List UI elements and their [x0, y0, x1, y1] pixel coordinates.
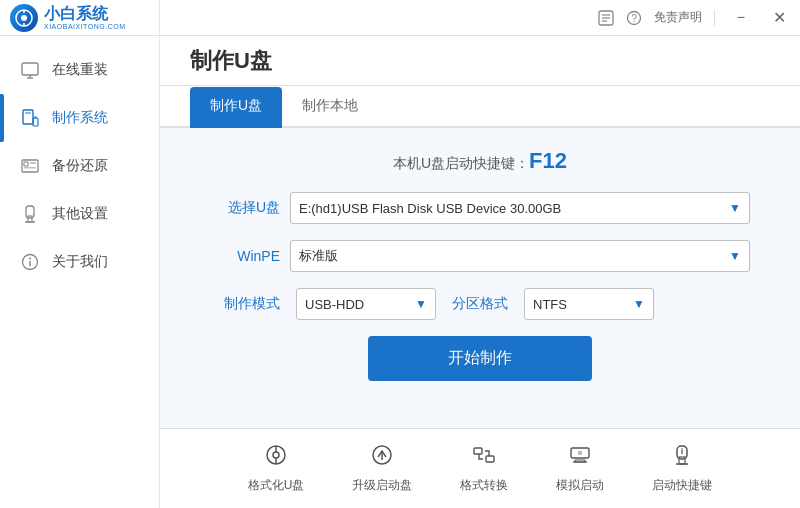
minimize-button[interactable]: －: [727, 5, 755, 30]
sidebar: 在线重装 制作系统 备份还原: [0, 36, 160, 508]
sidebar-item-online-reinstall[interactable]: 在线重装: [0, 46, 159, 94]
logo-text: 小白系统 XIAOBAIXITONG.COM: [44, 5, 126, 30]
svg-rect-20: [30, 162, 36, 164]
partition-arrow: ▼: [633, 297, 645, 311]
main-content: 制作U盘 制作U盘 制作本地 本机U盘启动快捷键：F12 选择U盘 E:(hd1…: [160, 36, 800, 508]
winpe-select-arrow: ▼: [729, 249, 741, 263]
backup-restore-icon: [20, 156, 40, 176]
mode-partition-row: 制作模式 USB-HDD ▼ 分区格式 NTFS ▼: [210, 288, 750, 320]
shortcut-hint: 本机U盘启动快捷键：F12: [210, 148, 750, 174]
sidebar-item-backup-restore[interactable]: 备份还原: [0, 142, 159, 190]
tool-upgrade-boot[interactable]: 升级启动盘: [352, 443, 412, 494]
udisk-select-arrow: ▼: [729, 201, 741, 215]
start-button[interactable]: 开始制作: [368, 336, 592, 381]
svg-rect-34: [486, 456, 494, 462]
winpe-label: WinPE: [210, 248, 280, 264]
notification-icon[interactable]: [598, 10, 614, 26]
sidebar-label-make-system: 制作系统: [52, 109, 108, 127]
form-area: 本机U盘启动快捷键：F12 选择U盘 E:(hd1)USB Flash Disk…: [160, 128, 800, 428]
sidebar-item-other-settings[interactable]: 其他设置: [0, 190, 159, 238]
boot-shortcut-label: 启动快捷键: [652, 477, 712, 494]
boot-shortcut-icon: [670, 443, 694, 473]
udisk-row: 选择U盘 E:(hd1)USB Flash Disk USB Device 30…: [210, 192, 750, 224]
svg-point-28: [273, 452, 279, 458]
udisk-select[interactable]: E:(hd1)USB Flash Disk USB Device 30.00GB…: [290, 192, 750, 224]
shortcut-key: F12: [529, 148, 567, 173]
winpe-select[interactable]: 标准版 ▼: [290, 240, 750, 272]
upgrade-boot-label: 升级启动盘: [352, 477, 412, 494]
tool-format-udisk[interactable]: 格式化U盘: [248, 443, 305, 494]
sidebar-label-about-us: 关于我们: [52, 253, 108, 271]
shortcut-prefix: 本机U盘启动快捷键：: [393, 155, 529, 171]
free-statement-btn[interactable]: 免责声明: [654, 9, 702, 26]
start-btn-row: 开始制作: [210, 336, 750, 381]
svg-rect-14: [25, 112, 31, 114]
svg-rect-22: [28, 216, 32, 222]
svg-rect-18: [24, 162, 28, 166]
logo-area: 小白系统 XIAOBAIXITONG.COM: [0, 0, 160, 36]
sidebar-label-backup-restore: 备份还原: [52, 157, 108, 175]
other-settings-icon: [20, 204, 40, 224]
sidebar-label-other-settings: 其他设置: [52, 205, 108, 223]
svg-rect-15: [33, 118, 38, 126]
udisk-label: 选择U盘: [210, 199, 280, 217]
svg-point-43: [682, 448, 684, 450]
page-header: 制作U盘: [160, 36, 800, 86]
make-system-icon: [20, 108, 40, 128]
format-convert-icon: [472, 443, 496, 473]
partition-select[interactable]: NTFS ▼: [524, 288, 654, 320]
tab-make-udisk[interactable]: 制作U盘: [190, 87, 282, 128]
tool-boot-shortcut[interactable]: 启动快捷键: [652, 443, 712, 494]
title-bar-icons: ? 免责声明 － ✕: [598, 5, 792, 30]
title-divider: [714, 10, 715, 26]
svg-rect-19: [24, 167, 36, 169]
svg-rect-38: [578, 451, 582, 455]
svg-rect-10: [22, 63, 38, 75]
partition-value: NTFS: [533, 297, 567, 312]
make-mode-arrow: ▼: [415, 297, 427, 311]
partition-label: 分区格式: [452, 295, 508, 313]
tool-format-convert[interactable]: 格式转换: [460, 443, 508, 494]
upgrade-boot-icon: [370, 443, 394, 473]
svg-rect-33: [474, 448, 482, 454]
make-mode-label: 制作模式: [210, 295, 280, 313]
svg-rect-40: [679, 457, 685, 464]
close-button[interactable]: ✕: [767, 6, 792, 29]
format-convert-label: 格式转换: [460, 477, 508, 494]
help-icon[interactable]: ?: [626, 10, 642, 26]
page-title: 制作U盘: [190, 46, 272, 76]
simulate-boot-label: 模拟启动: [556, 477, 604, 494]
svg-text:?: ?: [632, 13, 638, 24]
tool-simulate-boot[interactable]: 模拟启动: [556, 443, 604, 494]
format-udisk-label: 格式化U盘: [248, 477, 305, 494]
online-reinstall-icon: [20, 60, 40, 80]
svg-point-1: [21, 15, 27, 21]
winpe-row: WinPE 标准版 ▼: [210, 240, 750, 272]
simulate-boot-icon: [568, 443, 592, 473]
svg-point-26: [29, 258, 31, 260]
sidebar-item-about-us[interactable]: 关于我们: [0, 238, 159, 286]
about-us-icon: [20, 252, 40, 272]
winpe-select-value: 标准版: [299, 247, 338, 265]
logo-icon: [10, 4, 38, 32]
svg-rect-16: [34, 116, 37, 119]
make-mode-select[interactable]: USB-HDD ▼: [296, 288, 436, 320]
logo-main-text: 小白系统: [44, 5, 126, 23]
udisk-select-value: E:(hd1)USB Flash Disk USB Device 30.00GB: [299, 201, 561, 216]
tabs-bar: 制作U盘 制作本地: [160, 86, 800, 128]
format-udisk-icon: [264, 443, 288, 473]
sidebar-item-make-system[interactable]: 制作系统: [0, 94, 159, 142]
sidebar-label-online-reinstall: 在线重装: [52, 61, 108, 79]
bottom-toolbar: 格式化U盘 升级启动盘 格式转换: [160, 428, 800, 508]
tab-make-local[interactable]: 制作本地: [282, 87, 378, 128]
logo-sub-text: XIAOBAIXITONG.COM: [44, 23, 126, 30]
make-mode-value: USB-HDD: [305, 297, 364, 312]
